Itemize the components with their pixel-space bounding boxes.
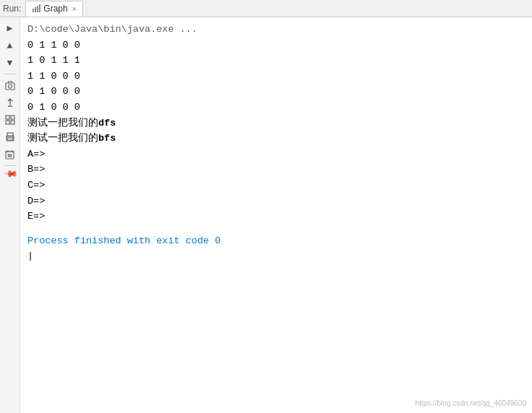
result-c: C=>	[27, 178, 525, 194]
svg-rect-0	[33, 9, 34, 12]
result-b: B=>	[27, 162, 525, 178]
delete-icon	[5, 149, 14, 160]
svg-rect-14	[7, 138, 13, 140]
result-a: A=>	[27, 147, 525, 162]
result-e: E=>	[27, 209, 525, 225]
print-icon	[5, 132, 15, 142]
result-d: D=>	[27, 194, 525, 209]
scroll-down-button[interactable]: ▼	[2, 55, 18, 71]
svg-rect-1	[35, 7, 36, 12]
matrix-row-3: 0 1 0 0 0	[27, 84, 525, 100]
output-area[interactable]: D:\code\Java\bin\java.exe ... 0 1 1 0 0 …	[20, 17, 532, 413]
svg-rect-9	[11, 116, 14, 119]
pin-up-icon	[5, 97, 15, 108]
test-bfs-line: 测试一把我们的bfs	[27, 131, 525, 147]
matrix-row-4: 0 1 0 0 0	[27, 100, 525, 116]
run-label: Run:	[3, 4, 21, 14]
matrix-lines: 0 1 1 0 0 1 0 1 1 1 1 1 0 0 0 0 1 0 0 0 …	[27, 38, 525, 116]
svg-rect-8	[6, 116, 9, 119]
format-button[interactable]	[2, 112, 18, 128]
camera-button[interactable]	[2, 77, 18, 93]
results-lines: A=> B=> C=> D=> E=>	[27, 147, 525, 225]
pin-button[interactable]: 📌	[0, 165, 21, 188]
svg-rect-11	[11, 121, 14, 124]
pin-up-button[interactable]	[2, 95, 18, 110]
cmd-line: D:\code\Java\bin\java.exe ...	[27, 22, 525, 38]
graph-icon	[32, 4, 40, 13]
test-bfs-text: 测试一把我们的	[27, 133, 98, 144]
toolbar-divider-1	[4, 74, 17, 74]
main-area: ▶ ▲ ▼	[0, 17, 532, 413]
dfs-code: dfs	[98, 118, 116, 129]
svg-point-5	[8, 84, 12, 88]
test-dfs-line: 测试一把我们的dfs	[27, 116, 525, 131]
svg-rect-10	[6, 121, 9, 124]
print-button[interactable]	[2, 129, 18, 145]
scroll-up-button[interactable]: ▲	[2, 38, 18, 53]
camera-icon	[4, 79, 16, 91]
delete-button[interactable]	[2, 147, 18, 162]
tab-close-button[interactable]: ×	[72, 5, 77, 13]
tab-bar: Run: Graph ×	[0, 0, 532, 17]
bfs-code: bfs	[98, 133, 116, 144]
format-icon	[5, 115, 15, 125]
svg-rect-3	[39, 4, 40, 12]
svg-rect-4	[6, 83, 14, 90]
svg-rect-2	[37, 6, 38, 12]
cursor-line: |	[27, 248, 525, 264]
toolbar: ▶ ▲ ▼	[0, 17, 20, 413]
process-line: Process finished with exit code 0	[27, 233, 525, 249]
matrix-row-1: 1 0 1 1 1	[27, 53, 525, 69]
graph-tab[interactable]: Graph ×	[25, 1, 82, 17]
test-dfs-text: 测试一把我们的	[27, 118, 98, 129]
play-button[interactable]: ▶	[2, 20, 18, 36]
matrix-row-0: 0 1 1 0 0	[27, 38, 525, 53]
graph-tab-label: Graph	[43, 4, 67, 14]
matrix-row-2: 1 1 0 0 0	[27, 69, 525, 84]
